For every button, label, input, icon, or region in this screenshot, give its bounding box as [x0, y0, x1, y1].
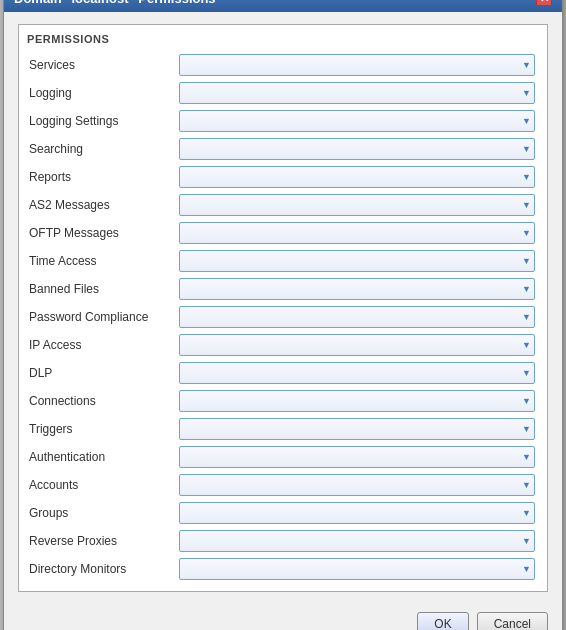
permission-select-directory-monitors[interactable]: ReadWriteNone [179, 558, 535, 580]
select-wrapper-services: ReadWriteNone [179, 54, 535, 76]
permission-row: ReportsReadWriteNone [27, 163, 537, 191]
permission-label-authentication: Authentication [29, 450, 179, 464]
permission-label-groups: Groups [29, 506, 179, 520]
permission-select-accounts[interactable]: ReadWriteNone [179, 474, 535, 496]
permission-label-reports: Reports [29, 170, 179, 184]
permission-select-services[interactable]: ReadWriteNone [179, 54, 535, 76]
dialog: Domain "localhost" Permissions ✕ PERMISS… [3, 0, 563, 630]
select-wrapper-logging-settings: ReadWriteNone [179, 110, 535, 132]
permission-label-connections: Connections [29, 394, 179, 408]
title-bar: Domain "localhost" Permissions ✕ [4, 0, 562, 12]
permissions-scroll-area: ServicesReadWriteNoneLoggingReadWriteNon… [27, 51, 539, 583]
permission-select-banned-files[interactable]: ReadWriteNone [179, 278, 535, 300]
select-wrapper-directory-monitors: ReadWriteNone [179, 558, 535, 580]
permission-label-logging: Logging [29, 86, 179, 100]
permission-select-password-compliance[interactable]: ReadWriteNone [179, 306, 535, 328]
permission-row: Reverse ProxiesReadWriteNone [27, 527, 537, 555]
permission-select-reverse-proxies[interactable]: ReadWriteNone [179, 530, 535, 552]
permission-row: IP AccessReadWriteNone [27, 331, 537, 359]
permission-row: Directory MonitorsReadWriteNone [27, 555, 537, 583]
permission-row: ConnectionsReadWriteNone [27, 387, 537, 415]
permission-row: AuthenticationReadWriteNone [27, 443, 537, 471]
select-wrapper-groups: ReadWriteNone [179, 502, 535, 524]
permission-row: SearchingReadWriteNone [27, 135, 537, 163]
permission-row: Password ComplianceReadWriteNone [27, 303, 537, 331]
permission-label-accounts: Accounts [29, 478, 179, 492]
permission-label-ip-access: IP Access [29, 338, 179, 352]
select-wrapper-oftp-messages: ReadWriteNone [179, 222, 535, 244]
permission-row: LoggingReadWriteNone [27, 79, 537, 107]
select-wrapper-reverse-proxies: ReadWriteNone [179, 530, 535, 552]
permission-select-logging[interactable]: ReadWriteNone [179, 82, 535, 104]
permissions-list[interactable]: ServicesReadWriteNoneLoggingReadWriteNon… [27, 51, 539, 583]
select-wrapper-password-compliance: ReadWriteNone [179, 306, 535, 328]
permission-row: GroupsReadWriteNone [27, 499, 537, 527]
permission-label-password-compliance: Password Compliance [29, 310, 179, 324]
permission-label-searching: Searching [29, 142, 179, 156]
permission-label-oftp-messages: OFTP Messages [29, 226, 179, 240]
permission-label-reverse-proxies: Reverse Proxies [29, 534, 179, 548]
permission-row: Logging SettingsReadWriteNone [27, 107, 537, 135]
permission-label-logging-settings: Logging Settings [29, 114, 179, 128]
permission-select-logging-settings[interactable]: ReadWriteNone [179, 110, 535, 132]
select-wrapper-as2-messages: ReadWriteNone [179, 194, 535, 216]
ok-button[interactable]: OK [417, 612, 468, 630]
permission-label-triggers: Triggers [29, 422, 179, 436]
permission-row: OFTP MessagesReadWriteNone [27, 219, 537, 247]
permission-select-authentication[interactable]: ReadWriteNone [179, 446, 535, 468]
permission-row: Banned FilesReadWriteNone [27, 275, 537, 303]
dialog-footer: OK Cancel [4, 604, 562, 630]
permission-label-services: Services [29, 58, 179, 72]
select-wrapper-time-access: ReadWriteNone [179, 250, 535, 272]
permission-select-searching[interactable]: ReadWriteNone [179, 138, 535, 160]
permission-select-triggers[interactable]: ReadWriteNone [179, 418, 535, 440]
permission-row: TriggersReadWriteNone [27, 415, 537, 443]
permission-label-time-access: Time Access [29, 254, 179, 268]
permission-row: AS2 MessagesReadWriteNone [27, 191, 537, 219]
dialog-body: PERMISSIONS ServicesReadWriteNoneLogging… [4, 12, 562, 604]
permission-select-groups[interactable]: ReadWriteNone [179, 502, 535, 524]
select-wrapper-triggers: ReadWriteNone [179, 418, 535, 440]
permission-select-dlp[interactable]: ReadWriteNone [179, 362, 535, 384]
permissions-label: PERMISSIONS [27, 33, 539, 45]
permission-select-as2-messages[interactable]: ReadWriteNone [179, 194, 535, 216]
permission-select-reports[interactable]: ReadWriteNone [179, 166, 535, 188]
permission-select-oftp-messages[interactable]: ReadWriteNone [179, 222, 535, 244]
select-wrapper-banned-files: ReadWriteNone [179, 278, 535, 300]
cancel-button[interactable]: Cancel [477, 612, 548, 630]
permission-label-dlp: DLP [29, 366, 179, 380]
close-button[interactable]: ✕ [536, 0, 552, 6]
permission-label-banned-files: Banned Files [29, 282, 179, 296]
permission-row: DLPReadWriteNone [27, 359, 537, 387]
permission-select-ip-access[interactable]: ReadWriteNone [179, 334, 535, 356]
permission-select-time-access[interactable]: ReadWriteNone [179, 250, 535, 272]
dialog-title: Domain "localhost" Permissions [14, 0, 216, 6]
select-wrapper-dlp: ReadWriteNone [179, 362, 535, 384]
permission-label-directory-monitors: Directory Monitors [29, 562, 179, 576]
permission-select-connections[interactable]: ReadWriteNone [179, 390, 535, 412]
permission-row: ServicesReadWriteNone [27, 51, 537, 79]
select-wrapper-logging: ReadWriteNone [179, 82, 535, 104]
permission-row: AccountsReadWriteNone [27, 471, 537, 499]
permission-label-as2-messages: AS2 Messages [29, 198, 179, 212]
select-wrapper-ip-access: ReadWriteNone [179, 334, 535, 356]
select-wrapper-reports: ReadWriteNone [179, 166, 535, 188]
select-wrapper-connections: ReadWriteNone [179, 390, 535, 412]
permissions-box: PERMISSIONS ServicesReadWriteNoneLogging… [18, 24, 548, 592]
select-wrapper-searching: ReadWriteNone [179, 138, 535, 160]
permission-row: Time AccessReadWriteNone [27, 247, 537, 275]
select-wrapper-accounts: ReadWriteNone [179, 474, 535, 496]
select-wrapper-authentication: ReadWriteNone [179, 446, 535, 468]
